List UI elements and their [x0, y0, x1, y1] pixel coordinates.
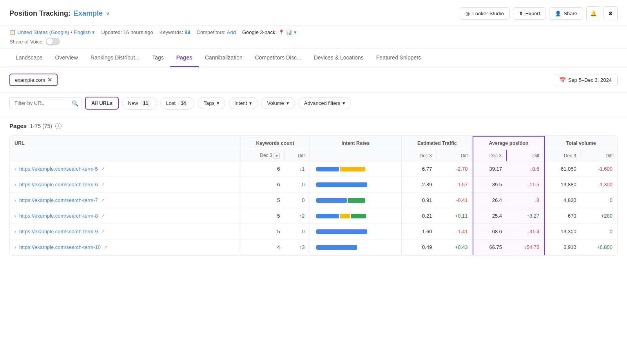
bell-icon: 🔔 [590, 11, 597, 16]
export-button[interactable]: ⬆ Export [513, 7, 546, 20]
looker-icon: ◎ [466, 11, 470, 16]
tags-filter[interactable]: Tags ▾ [198, 97, 225, 109]
page-url-link[interactable]: https://example.com/search-term-7 [19, 197, 98, 203]
location-icon: 📋 [9, 29, 16, 35]
sort-keywords-button[interactable]: ≡ [274, 153, 280, 159]
intent-cell [310, 161, 402, 177]
search-icon[interactable]: 🔍 [72, 100, 78, 106]
row-expand-icon[interactable]: › [14, 166, 16, 172]
notification-button[interactable]: 🔔 [586, 6, 600, 20]
intent-segment [348, 198, 366, 203]
avgpos-diff-value: ↑8.27 [527, 213, 540, 219]
competitors-label: Competitors: Add [197, 29, 236, 35]
location-link[interactable]: 📋 United States (Google) • English ▾ [9, 29, 95, 35]
kw-diff-value: ↑3 [299, 244, 305, 250]
row-expand-icon[interactable]: › [14, 229, 16, 234]
col-subheader-kw-diff: Diff [285, 150, 310, 161]
sub-header: 📋 United States (Google) • English ▾ Upd… [0, 25, 627, 49]
external-link-icon[interactable]: ↗ [101, 182, 105, 187]
traffic-dec3-cell: 0.91 [402, 193, 437, 208]
tab-devices-locations[interactable]: Devices & Locations [308, 49, 370, 67]
intent-segment [340, 214, 350, 218]
project-name[interactable]: Example [74, 9, 103, 18]
tab-overview[interactable]: Overview [49, 49, 84, 67]
share-icon: 👤 [555, 11, 561, 16]
settings-button[interactable]: ⚙ [603, 6, 618, 20]
lost-filter[interactable]: Lost 14 [160, 97, 195, 110]
avgpos-diff-value: ↓11.5 [527, 182, 540, 187]
col-header-totalvol: Total volume [544, 136, 617, 150]
tags-dropdown-icon: ▾ [217, 100, 219, 106]
google-3pack: Google 3-pack: 📍 📊 ▾ [242, 29, 297, 35]
external-link-icon[interactable]: ↗ [101, 198, 105, 203]
page-url-link[interactable]: https://example.com/search-term-10 [19, 244, 101, 250]
totalvol-diff-value: +280 [601, 213, 613, 219]
traffic-diff-cell: -1.41 [437, 224, 473, 240]
url-cell: › https://example.com/search-term-9 ↗ [10, 224, 241, 240]
totalvol-diff-value: -1,300 [598, 182, 613, 187]
page-url-link[interactable]: https://example.com/search-term-8 [19, 213, 98, 219]
intent-segment [340, 167, 365, 171]
table-subheader-row: Dec 3 ≡ Diff Dec 3 Diff Dec 3 Diff Dec 3… [10, 150, 617, 161]
kw-diff-value: 0 [302, 182, 304, 187]
traffic-diff-value: -1.41 [456, 229, 468, 234]
page-url-link[interactable]: https://example.com/search-term-9 [19, 229, 98, 234]
share-button[interactable]: 👤 Share [549, 7, 583, 20]
new-filter[interactable]: New 11 [122, 97, 157, 110]
intent-cell [310, 193, 402, 208]
external-link-icon[interactable]: ↗ [101, 229, 105, 234]
project-dropdown-icon[interactable]: ∨ [106, 10, 110, 16]
volume-dropdown-icon: ▾ [286, 100, 289, 106]
looker-studio-button[interactable]: ◎ Looker Studio [460, 7, 509, 20]
tab-landscape[interactable]: Landscape [9, 49, 49, 67]
row-expand-icon[interactable]: › [14, 198, 16, 203]
totalvol-diff-cell: +280 [581, 208, 617, 224]
remove-domain-button[interactable]: ✕ [47, 77, 52, 83]
traffic-dec3-cell: 2.89 [402, 177, 437, 193]
avgpos-diff-value: ↓8.6 [530, 166, 540, 172]
col-subheader-traffic-dec3: Dec 3 [402, 150, 437, 161]
col-header-keywords: Keywords count [241, 136, 310, 150]
traffic-diff-cell: -2.70 [437, 161, 473, 177]
keywords-label: Keywords: 99 [159, 29, 190, 35]
page-url-link[interactable]: https://example.com/search-term-6 [19, 182, 98, 187]
row-expand-icon[interactable]: › [14, 213, 16, 219]
all-urls-filter[interactable]: All URLs [85, 97, 119, 110]
lost-count-badge: 14 [178, 100, 188, 106]
tab-tags[interactable]: Tags [146, 49, 170, 67]
tab-featured-snippets[interactable]: Featured Snippets [370, 49, 427, 67]
row-expand-icon[interactable]: › [14, 245, 16, 250]
row-expand-icon[interactable]: › [14, 182, 16, 187]
page-title: Position Tracking: [9, 9, 71, 18]
advanced-filters-button[interactable]: Advanced filters ▾ [298, 97, 352, 109]
tab-competitors[interactable]: Competitors Disc... [249, 49, 308, 67]
date-range-picker[interactable]: 📅 Sep 5–Dec 3, 2024 [554, 74, 618, 86]
tab-pages[interactable]: Pages [170, 49, 199, 67]
traffic-dec3-cell: 1.60 [402, 224, 437, 240]
pages-header: Pages 1-75 (75) i [9, 123, 618, 129]
header: Position Tracking: Example ∨ ◎ Looker St… [0, 0, 627, 25]
totalvol-dec3-cell: 13,300 [544, 224, 581, 240]
info-icon[interactable]: i [55, 123, 62, 129]
page-url-link[interactable]: https://example.com/search-term-5 [19, 166, 98, 172]
volume-filter[interactable]: Volume ▾ [261, 97, 295, 109]
totalvol-diff-value: +6,800 [597, 244, 613, 250]
intent-filter[interactable]: Intent ▾ [228, 97, 258, 109]
avgpos-diff-cell: ↓54.75 [507, 240, 544, 255]
avgpos-dec3-cell: 66.75 [473, 240, 507, 255]
external-link-icon[interactable]: ↗ [101, 166, 105, 171]
url-filter-input[interactable] [13, 97, 72, 109]
kw-dec3-cell: 5 [241, 208, 285, 224]
col-header-traffic: Estimated Traffic [402, 136, 473, 150]
external-link-icon[interactable]: ↗ [101, 213, 105, 218]
totalvol-diff-cell: -1,600 [581, 161, 617, 177]
tab-cannibalization[interactable]: Cannibalization [199, 49, 249, 67]
language-dropdown-icon[interactable]: ▾ [92, 29, 95, 35]
google3pack-dropdown-icon[interactable]: ▾ [294, 29, 297, 35]
share-of-voice-toggle[interactable] [46, 38, 60, 45]
external-link-icon[interactable]: ↗ [104, 245, 107, 250]
col-header-intent: Intent Rates [310, 136, 402, 150]
tab-rankings[interactable]: Rankings Distribut... [84, 49, 146, 67]
toggle-knob [47, 38, 53, 45]
add-competitors-link[interactable]: Add [227, 29, 236, 35]
